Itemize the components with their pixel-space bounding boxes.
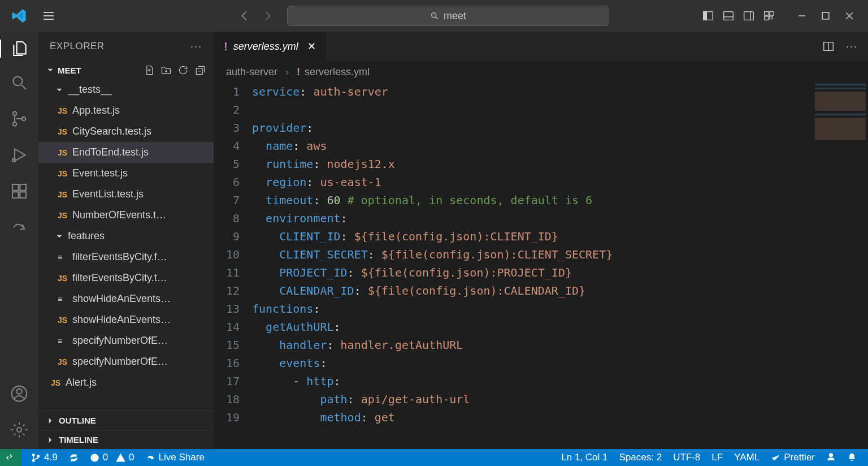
activity-search[interactable]: [10, 74, 28, 94]
yaml-file-icon: !: [297, 66, 300, 78]
editor-more-icon[interactable]: ···: [846, 41, 858, 53]
svg-point-30: [32, 454, 34, 456]
command-center-search[interactable]: meet: [287, 6, 609, 26]
file-item[interactable]: ≡showHideAnEvents…: [38, 288, 214, 309]
layout-sidebar-right-icon[interactable]: [743, 10, 755, 22]
timeline-section[interactable]: TIMELINE: [38, 430, 214, 449]
svg-rect-11: [770, 16, 772, 19]
activity-extensions[interactable]: [10, 182, 28, 202]
file-item[interactable]: JSApp.test.js: [38, 100, 214, 121]
file-item[interactable]: JSAlert.js: [38, 372, 214, 393]
text-file-icon: ≡: [58, 295, 72, 304]
feedback[interactable]: [821, 452, 841, 461]
layout-sidebar-left-icon[interactable]: [702, 10, 714, 22]
activity-settings[interactable]: [10, 421, 28, 441]
svg-point-35: [120, 460, 121, 460]
notifications[interactable]: [841, 452, 862, 461]
window-minimize-icon[interactable]: [798, 12, 806, 20]
file-item[interactable]: JSCitySearch.test.js: [38, 121, 214, 142]
tab-bar: ! serverless.yml ✕ ···: [214, 32, 868, 61]
collapse-all-icon[interactable]: [194, 64, 206, 76]
layout-panel-icon[interactable]: [722, 10, 735, 22]
file-item[interactable]: JSEndToEnd.test.js: [38, 142, 214, 163]
encoding[interactable]: UTF-8: [667, 452, 706, 463]
folder-tests[interactable]: __tests__: [38, 79, 214, 100]
new-file-icon[interactable]: [144, 64, 155, 76]
layout-customize-icon[interactable]: [763, 10, 775, 22]
code-editor[interactable]: 12345678910111213141516171819 service: a…: [214, 83, 868, 449]
new-folder-icon[interactable]: [160, 64, 172, 76]
git-branch[interactable]: 4.9: [25, 449, 63, 466]
split-editor-icon[interactable]: [822, 40, 835, 53]
folder-features[interactable]: features: [38, 226, 214, 247]
tab-serverless-yml[interactable]: ! serverless.yml ✕: [214, 32, 326, 61]
breadcrumb-folder[interactable]: auth-server: [226, 66, 277, 78]
svg-rect-8: [765, 12, 769, 15]
svg-point-25: [17, 428, 21, 432]
check-icon: [771, 453, 780, 463]
refresh-icon[interactable]: [177, 64, 189, 76]
file-item[interactable]: JSEvent.test.js: [38, 163, 214, 184]
language-mode[interactable]: YAML: [728, 452, 765, 463]
prettier[interactable]: Prettier: [765, 452, 821, 463]
svg-point-18: [12, 159, 15, 162]
close-tab-icon[interactable]: ✕: [307, 40, 316, 53]
explorer-more-icon[interactable]: ···: [190, 41, 202, 53]
nav-forward-icon[interactable]: [261, 10, 274, 22]
svg-rect-3: [704, 12, 707, 20]
activity-account[interactable]: [10, 385, 28, 405]
file-item[interactable]: ≡specifyNumberOfE…: [38, 330, 214, 351]
remote-indicator[interactable]: [0, 449, 21, 466]
svg-rect-20: [12, 192, 19, 198]
remote-icon: [6, 453, 15, 463]
svg-point-15: [13, 111, 17, 115]
yaml-file-icon: !: [224, 40, 228, 53]
eol[interactable]: LF: [706, 452, 728, 463]
activity-explorer[interactable]: [0, 40, 38, 58]
hamburger-menu-icon[interactable]: [42, 9, 55, 23]
chevron-right-icon: [46, 436, 54, 444]
gear-icon: [10, 421, 28, 439]
project-name: MEET: [58, 66, 81, 75]
file-item[interactable]: ≡filterEventsByCity.f…: [38, 247, 214, 267]
file-item[interactable]: JSNumberOfEvents.t…: [38, 205, 214, 226]
sync-button[interactable]: [63, 449, 84, 466]
svg-rect-13: [822, 12, 829, 19]
window-maximize-icon[interactable]: [822, 12, 830, 20]
window-close-icon[interactable]: [845, 12, 853, 20]
files-icon: [11, 40, 29, 58]
chevron-down-icon: [46, 66, 54, 74]
indentation[interactable]: Spaces: 2: [614, 452, 668, 463]
text-file-icon: ≡: [58, 253, 72, 262]
file-item[interactable]: JSfilterEventsByCity.t…: [38, 267, 214, 288]
project-section[interactable]: MEET: [38, 61, 214, 79]
breadcrumb[interactable]: auth-server › ! serverless.yml: [214, 61, 868, 83]
nav-back-icon[interactable]: [238, 10, 251, 22]
tab-label: serverless.yml: [233, 41, 298, 53]
svg-point-14: [13, 76, 22, 85]
file-item[interactable]: JSEventList.test.js: [38, 184, 214, 205]
minimap[interactable]: [815, 84, 866, 152]
breadcrumb-file[interactable]: serverless.yml: [305, 66, 370, 78]
text-file-icon: ≡: [58, 336, 72, 346]
svg-rect-4: [724, 12, 734, 20]
svg-rect-22: [20, 184, 26, 191]
search-icon: [430, 11, 439, 20]
problems[interactable]: 0 0: [84, 449, 140, 466]
activity-scm[interactable]: [10, 110, 28, 130]
code-content[interactable]: service: auth-server provider: name: aws…: [252, 83, 868, 449]
vscode-logo-icon: [11, 8, 27, 24]
live-share[interactable]: Live Share: [140, 449, 210, 466]
debug-icon: [10, 146, 28, 164]
share-icon: [10, 218, 28, 236]
cursor-position[interactable]: Ln 1, Col 1: [555, 452, 613, 463]
svg-point-17: [22, 117, 26, 121]
activity-debug[interactable]: [10, 146, 28, 166]
explorer-title: EXPLORER: [50, 41, 105, 52]
activity-bar: [0, 32, 38, 449]
file-item[interactable]: JSspecifyNumberOfE…: [38, 351, 214, 372]
activity-share[interactable]: [10, 218, 28, 239]
outline-section[interactable]: OUTLINE: [38, 411, 214, 430]
file-item[interactable]: JSshowHideAnEvents…: [38, 309, 214, 330]
sync-icon: [69, 453, 79, 463]
